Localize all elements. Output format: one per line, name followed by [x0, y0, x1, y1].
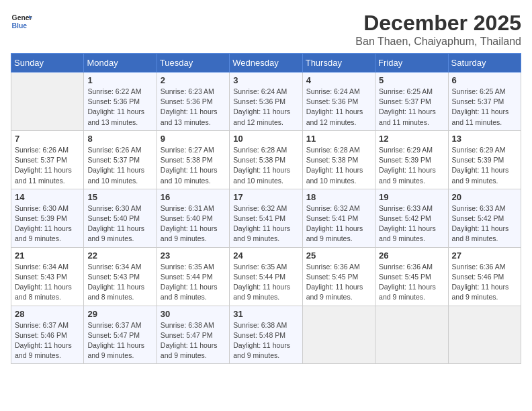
day-number: 16 — [161, 192, 226, 202]
calendar-cell: 15Sunrise: 6:30 AMSunset: 5:40 PMDayligh… — [84, 189, 157, 247]
weekday-header-wednesday: Wednesday — [230, 54, 302, 73]
calendar-cell: 19Sunrise: 6:33 AMSunset: 5:42 PMDayligh… — [375, 189, 448, 247]
calendar-week-5: 28Sunrise: 6:37 AMSunset: 5:46 PMDayligh… — [11, 306, 521, 364]
weekday-header-friday: Friday — [375, 54, 448, 73]
weekday-header-thursday: Thursday — [302, 54, 375, 73]
day-info: Sunrise: 6:36 AMSunset: 5:46 PMDaylight:… — [452, 262, 517, 303]
day-info: Sunrise: 6:22 AMSunset: 5:36 PMDaylight:… — [87, 87, 152, 128]
weekday-header-saturday: Saturday — [448, 54, 521, 73]
calendar-cell — [11, 73, 84, 131]
day-number: 12 — [379, 134, 444, 144]
calendar-cell: 18Sunrise: 6:32 AMSunset: 5:41 PMDayligh… — [302, 189, 375, 247]
day-number: 17 — [233, 192, 298, 202]
day-info: Sunrise: 6:28 AMSunset: 5:38 PMDaylight:… — [306, 145, 371, 186]
location: Ban Thaen, Chaiyaphum, Thailand — [355, 36, 521, 48]
calendar-cell — [302, 306, 375, 364]
day-number: 18 — [306, 192, 371, 202]
calendar-week-4: 21Sunrise: 6:34 AMSunset: 5:43 PMDayligh… — [11, 247, 521, 306]
day-info: Sunrise: 6:36 AMSunset: 5:45 PMDaylight:… — [306, 262, 371, 303]
day-info: Sunrise: 6:24 AMSunset: 5:36 PMDaylight:… — [233, 87, 298, 128]
day-number: 11 — [306, 134, 371, 144]
day-number: 4 — [306, 75, 371, 85]
calendar-cell: 28Sunrise: 6:37 AMSunset: 5:46 PMDayligh… — [11, 306, 84, 364]
day-number: 19 — [379, 192, 444, 202]
weekday-header-sunday: Sunday — [11, 54, 84, 73]
day-number: 27 — [452, 250, 517, 261]
day-info: Sunrise: 6:35 AMSunset: 5:44 PMDaylight:… — [161, 262, 226, 303]
logo: General Blue — [11, 11, 32, 32]
day-number: 10 — [233, 134, 298, 144]
day-number: 25 — [306, 250, 371, 261]
calendar-cell: 24Sunrise: 6:35 AMSunset: 5:44 PMDayligh… — [230, 247, 302, 306]
day-info: Sunrise: 6:35 AMSunset: 5:44 PMDaylight:… — [233, 262, 298, 303]
calendar-week-3: 14Sunrise: 6:30 AMSunset: 5:39 PMDayligh… — [11, 189, 521, 247]
weekday-header-tuesday: Tuesday — [157, 54, 229, 73]
day-info: Sunrise: 6:34 AMSunset: 5:43 PMDaylight:… — [15, 262, 80, 303]
day-info: Sunrise: 6:23 AMSunset: 5:36 PMDaylight:… — [161, 87, 226, 128]
calendar-cell: 27Sunrise: 6:36 AMSunset: 5:46 PMDayligh… — [448, 247, 521, 306]
day-info: Sunrise: 6:37 AMSunset: 5:47 PMDaylight:… — [87, 320, 152, 361]
calendar-cell: 30Sunrise: 6:38 AMSunset: 5:47 PMDayligh… — [157, 306, 229, 364]
calendar-cell: 26Sunrise: 6:36 AMSunset: 5:45 PMDayligh… — [375, 247, 448, 306]
day-number: 7 — [15, 134, 80, 144]
calendar-cell: 11Sunrise: 6:28 AMSunset: 5:38 PMDayligh… — [302, 130, 375, 189]
calendar-cell — [448, 306, 521, 364]
day-number: 26 — [379, 250, 444, 261]
calendar-cell: 5Sunrise: 6:25 AMSunset: 5:37 PMDaylight… — [375, 73, 448, 131]
calendar-week-1: 1Sunrise: 6:22 AMSunset: 5:36 PMDaylight… — [11, 73, 521, 131]
calendar-cell: 10Sunrise: 6:28 AMSunset: 5:38 PMDayligh… — [230, 130, 302, 189]
calendar-cell: 13Sunrise: 6:29 AMSunset: 5:39 PMDayligh… — [448, 130, 521, 189]
day-number: 3 — [233, 75, 298, 85]
calendar-cell: 12Sunrise: 6:29 AMSunset: 5:39 PMDayligh… — [375, 130, 448, 189]
calendar-cell: 31Sunrise: 6:38 AMSunset: 5:48 PMDayligh… — [230, 306, 302, 364]
day-info: Sunrise: 6:38 AMSunset: 5:48 PMDaylight:… — [233, 320, 298, 361]
day-info: Sunrise: 6:26 AMSunset: 5:37 PMDaylight:… — [87, 145, 152, 186]
weekday-header-monday: Monday — [84, 54, 157, 73]
day-number: 29 — [87, 309, 152, 319]
calendar-cell: 14Sunrise: 6:30 AMSunset: 5:39 PMDayligh… — [11, 189, 84, 247]
day-number: 24 — [233, 250, 298, 261]
day-info: Sunrise: 6:25 AMSunset: 5:37 PMDaylight:… — [452, 87, 517, 128]
day-number: 8 — [87, 134, 152, 144]
day-info: Sunrise: 6:27 AMSunset: 5:38 PMDaylight:… — [161, 145, 226, 186]
day-info: Sunrise: 6:37 AMSunset: 5:46 PMDaylight:… — [15, 320, 80, 361]
calendar-cell: 22Sunrise: 6:34 AMSunset: 5:43 PMDayligh… — [84, 247, 157, 306]
calendar-cell: 23Sunrise: 6:35 AMSunset: 5:44 PMDayligh… — [157, 247, 229, 306]
calendar-cell — [375, 306, 448, 364]
day-number: 22 — [87, 250, 152, 261]
day-number: 21 — [15, 250, 80, 261]
day-info: Sunrise: 6:32 AMSunset: 5:41 PMDaylight:… — [306, 203, 371, 244]
calendar-cell: 6Sunrise: 6:25 AMSunset: 5:37 PMDaylight… — [448, 73, 521, 131]
calendar-cell: 17Sunrise: 6:32 AMSunset: 5:41 PMDayligh… — [230, 189, 302, 247]
calendar-cell: 21Sunrise: 6:34 AMSunset: 5:43 PMDayligh… — [11, 247, 84, 306]
day-number: 1 — [87, 75, 152, 85]
calendar-cell: 1Sunrise: 6:22 AMSunset: 5:36 PMDaylight… — [84, 73, 157, 131]
day-info: Sunrise: 6:33 AMSunset: 5:42 PMDaylight:… — [379, 203, 444, 244]
day-number: 14 — [15, 192, 80, 202]
weekday-header-row: SundayMondayTuesdayWednesdayThursdayFrid… — [11, 54, 521, 73]
title-block: December 2025 Ban Thaen, Chaiyaphum, Tha… — [355, 11, 521, 48]
day-number: 28 — [15, 309, 80, 319]
day-info: Sunrise: 6:33 AMSunset: 5:42 PMDaylight:… — [452, 203, 517, 244]
day-info: Sunrise: 6:24 AMSunset: 5:36 PMDaylight:… — [306, 87, 371, 128]
day-number: 9 — [161, 134, 226, 144]
day-info: Sunrise: 6:32 AMSunset: 5:41 PMDaylight:… — [233, 203, 298, 244]
page-header: General Blue December 2025 Ban Thaen, Ch… — [11, 11, 521, 48]
day-info: Sunrise: 6:31 AMSunset: 5:40 PMDaylight:… — [161, 203, 226, 244]
calendar-cell: 7Sunrise: 6:26 AMSunset: 5:37 PMDaylight… — [11, 130, 84, 189]
day-info: Sunrise: 6:29 AMSunset: 5:39 PMDaylight:… — [452, 145, 517, 186]
calendar-cell: 16Sunrise: 6:31 AMSunset: 5:40 PMDayligh… — [157, 189, 229, 247]
svg-text:Blue: Blue — [12, 22, 28, 30]
calendar-week-2: 7Sunrise: 6:26 AMSunset: 5:37 PMDaylight… — [11, 130, 521, 189]
logo-icon: General Blue — [11, 11, 32, 32]
day-number: 30 — [161, 309, 226, 319]
calendar-cell: 9Sunrise: 6:27 AMSunset: 5:38 PMDaylight… — [157, 130, 229, 189]
calendar-body: 1Sunrise: 6:22 AMSunset: 5:36 PMDaylight… — [11, 73, 521, 364]
calendar-cell: 8Sunrise: 6:26 AMSunset: 5:37 PMDaylight… — [84, 130, 157, 189]
calendar-cell: 4Sunrise: 6:24 AMSunset: 5:36 PMDaylight… — [302, 73, 375, 131]
day-info: Sunrise: 6:34 AMSunset: 5:43 PMDaylight:… — [87, 262, 152, 303]
calendar-cell: 20Sunrise: 6:33 AMSunset: 5:42 PMDayligh… — [448, 189, 521, 247]
day-info: Sunrise: 6:26 AMSunset: 5:37 PMDaylight:… — [15, 145, 80, 186]
day-number: 31 — [233, 309, 298, 319]
day-number: 5 — [379, 75, 444, 85]
